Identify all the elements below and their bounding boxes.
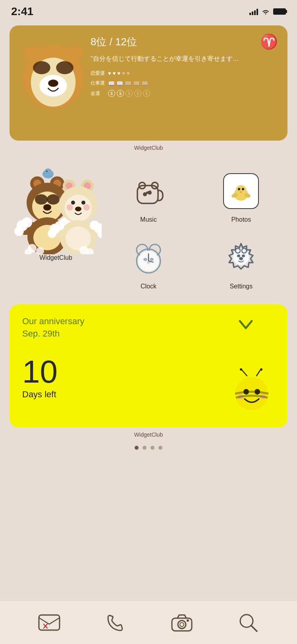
music-icon-wrap: [127, 169, 170, 213]
bee-decoration: [228, 368, 276, 416]
status-icons: [249, 8, 286, 15]
svg-point-50: [71, 201, 75, 205]
rank-text: 8位 / 12位: [91, 35, 137, 49]
svg-point-37: [14, 226, 24, 236]
anniversary-widget-club-label: WidgetClub: [0, 431, 297, 438]
svg-point-52: [67, 204, 73, 211]
horoscope-rank: 8位 / 12位 ♈: [91, 33, 278, 50]
svg-point-20: [44, 168, 52, 175]
svg-point-78: [237, 255, 240, 257]
status-bar: 2:41: [0, 0, 297, 21]
svg-point-96: [187, 619, 189, 622]
app-section: Music: [0, 159, 297, 300]
money-label: 金運: [91, 90, 106, 97]
phone-icon: [106, 612, 125, 633]
anniversary-widget[interactable]: Our anniversarySep. 29th 10 Days left: [10, 304, 287, 427]
svg-point-21: [46, 171, 47, 172]
music-icon: [131, 174, 166, 209]
svg-point-14: [236, 185, 246, 195]
svg-point-84: [260, 368, 262, 371]
svg-point-51: [81, 201, 85, 205]
photos-icon: [223, 173, 259, 209]
horoscope-quote: "自分を信じて行動することが幸運を引き寄せます…: [91, 54, 278, 64]
svg-point-29: [47, 194, 60, 205]
svg-point-54: [75, 207, 81, 211]
photos-app[interactable]: Photos: [195, 163, 287, 230]
dock: [0, 600, 297, 644]
love-label: 恋愛運: [91, 70, 106, 77]
svg-point-36: [22, 217, 32, 228]
bears-mascot-icon: [10, 167, 102, 254]
svg-point-83: [240, 368, 242, 371]
mascot-area: WidgetClub: [10, 163, 102, 261]
work-icons: 📖 📖 📖 📖 📖: [108, 80, 148, 87]
horoscope-widget[interactable]: 8位 / 12位 ♈ "自分を信じて行動することが幸運を引き寄せます… 恋愛運 …: [10, 25, 287, 141]
svg-point-53: [83, 204, 90, 211]
svg-point-72: [150, 258, 154, 261]
mail-icon: [38, 613, 61, 632]
clock-icon: [131, 240, 166, 275]
phone-dock-icon[interactable]: [102, 609, 129, 636]
status-time: 2:41: [11, 5, 33, 18]
work-row: 仕事運 📖 📖 📖 📖 📖: [91, 80, 278, 87]
svg-line-82: [256, 370, 260, 376]
page-dot-1: [135, 446, 139, 450]
svg-point-71: [143, 258, 147, 261]
svg-point-85: [235, 377, 268, 410]
clock-icon-wrap: [127, 236, 170, 280]
work-label: 仕事運: [91, 80, 106, 87]
love-row: 恋愛運 ♥ ♥ ♥ ♥ ♥: [91, 70, 278, 77]
camera-icon: [170, 613, 193, 632]
music-app[interactable]: Music: [102, 163, 195, 230]
clock-app[interactable]: Clock: [102, 230, 195, 296]
settings-icon: [224, 240, 258, 275]
page-dot-3: [150, 446, 154, 450]
battery-icon: [273, 8, 286, 15]
svg-point-16: [242, 188, 244, 190]
svg-point-56: [66, 226, 91, 250]
rilakkuma-face: [17, 33, 89, 113]
page-dots: [0, 446, 297, 450]
page-dot-4: [158, 446, 162, 450]
svg-point-95: [180, 623, 184, 627]
photos-icon-wrap: [219, 169, 263, 213]
checkmark-deco: [236, 317, 256, 333]
svg-point-30: [43, 204, 51, 211]
mail-dock-icon[interactable]: [35, 609, 63, 636]
horoscope-content: 8位 / 12位 ♈ "自分を信じて行動することが幸運を引き寄せます… 恋愛運 …: [91, 33, 278, 97]
svg-point-60: [55, 221, 64, 230]
svg-point-10: [148, 191, 152, 195]
svg-point-28: [35, 194, 48, 205]
svg-point-5: [56, 61, 73, 74]
svg-line-98: [251, 626, 257, 631]
svg-point-63: [90, 220, 99, 230]
svg-point-80: [239, 257, 243, 260]
svg-point-9: [143, 192, 147, 196]
love-icons: ♥ ♥ ♥ ♥ ♥: [108, 70, 130, 76]
svg-point-7: [48, 79, 58, 87]
aries-symbol: ♈: [260, 33, 278, 50]
settings-app[interactable]: Settings: [195, 230, 287, 296]
settings-icon-wrap: [219, 236, 263, 280]
search-icon: [237, 611, 259, 634]
svg-point-4: [33, 61, 50, 74]
svg-point-94: [178, 621, 186, 629]
photos-label: Photos: [231, 216, 251, 223]
app-grid: Music: [10, 163, 287, 296]
svg-point-61: [48, 229, 56, 238]
clock-label: Clock: [141, 283, 156, 290]
svg-rect-90: [39, 615, 60, 630]
heart-decoration: [236, 317, 256, 335]
signal-icon: [249, 8, 258, 15]
svg-point-79: [242, 255, 245, 257]
money-icons: $ $ $ $ $: [108, 90, 150, 97]
search-dock-icon[interactable]: [234, 609, 262, 636]
horoscope-widget-club-label: WidgetClub: [0, 145, 297, 151]
wifi-icon: [261, 8, 270, 15]
camera-dock-icon[interactable]: [168, 609, 196, 636]
widgetclub-mascot-label: WidgetClub: [39, 254, 72, 261]
svg-point-15: [238, 188, 240, 190]
svg-line-81: [242, 370, 247, 376]
music-label: Music: [140, 216, 157, 223]
photos-svg: [229, 180, 253, 202]
